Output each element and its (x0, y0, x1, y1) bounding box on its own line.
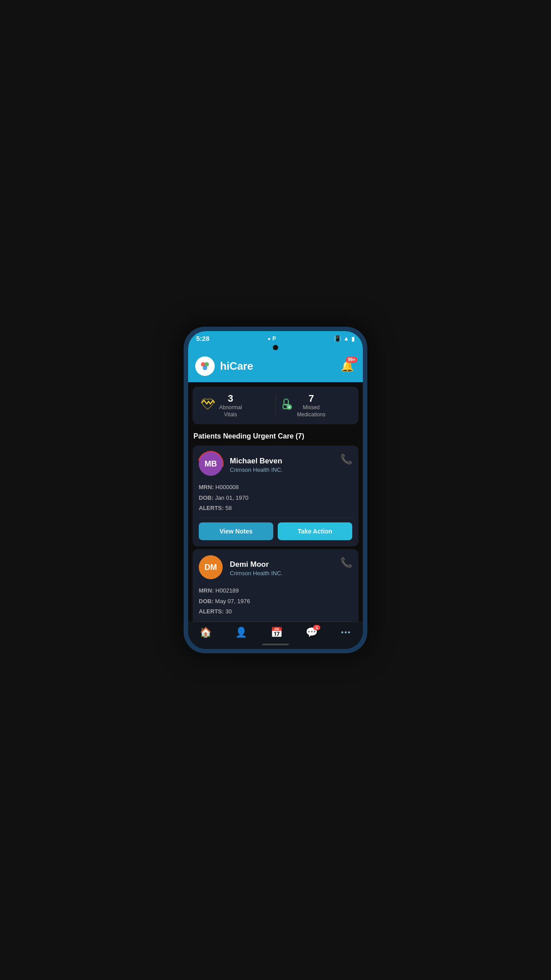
call-icon-1[interactable]: 📞 (340, 557, 352, 569)
avatar-wrap-0: MB (199, 452, 224, 478)
patient-top-0: MB Michael Beven Crimson Health INC. 📞 (199, 452, 352, 478)
patient-org-1: Crimson Health INC. (230, 570, 283, 577)
app-title: hiCare (220, 360, 253, 372)
home-bar (262, 644, 289, 645)
patient-org-0: Crimson Health INC. (230, 466, 283, 473)
status-icons-right: 📳 ▲ ▮ (334, 335, 355, 342)
take-action-button-0[interactable]: Take Action (278, 522, 352, 540)
main-content: 3 AbnormalVitals + 7 (188, 382, 363, 622)
home-icon: 🏠 (200, 627, 212, 638)
battery-icon: ▮ (351, 335, 355, 342)
avatar-0: MB (199, 452, 223, 476)
phone-frame: 5:28 ● P 📳 ▲ ▮ (184, 327, 367, 653)
phone-screen: 5:28 ● P 📳 ▲ ▮ (188, 331, 363, 649)
app-logo (195, 356, 215, 376)
nav-messages[interactable]: 💬 1 (306, 627, 318, 638)
front-camera (273, 345, 278, 350)
missed-meds-count: 7 (308, 393, 314, 404)
missed-meds-stat: + 7 MissedMedications (276, 393, 354, 418)
nav-patients[interactable]: 👤 (235, 627, 247, 638)
notification-badge: 99+ (346, 357, 358, 363)
notification-button[interactable]: 🔔 99+ (339, 358, 356, 375)
meds-icon: + (279, 397, 293, 414)
status-p: P (272, 336, 276, 342)
status-bar: 5:28 ● P 📳 ▲ ▮ (188, 331, 363, 345)
nav-schedule[interactable]: 📅 (271, 627, 283, 638)
patient-name-1: Demi Moor (230, 560, 283, 569)
missed-meds-info: 7 MissedMedications (297, 393, 326, 418)
messages-badge: 1 (313, 625, 320, 630)
wifi-icon: ▲ (343, 335, 349, 342)
abnormal-vitals-stat: 3 AbnormalVitals (197, 393, 276, 418)
abnormal-vitals-info: 3 AbnormalVitals (219, 393, 242, 418)
nav-home[interactable]: 🏠 (200, 627, 212, 638)
patient-name-0: Michael Beven (230, 457, 283, 466)
card-divider-0 (199, 518, 352, 518)
patient-details-0: MRN: H000008 DOB: Jan 01, 1970 ALERTS: 5… (199, 482, 352, 513)
status-dot: ● (268, 336, 271, 341)
patient-top-1: DM Demi Moor Crimson Health INC. 📞 (199, 555, 352, 581)
patient-left-0: MB Michael Beven Crimson Health INC. (199, 452, 283, 478)
home-indicator (188, 642, 363, 649)
svg-point-3 (203, 366, 207, 370)
missed-meds-label: MissedMedications (297, 404, 326, 418)
patients-icon: 👤 (235, 627, 247, 638)
card-actions-0: View Notes Take Action (199, 522, 352, 540)
nav-more[interactable]: ••• (341, 628, 351, 636)
patient-card-1: DM Demi Moor Crimson Health INC. 📞 MRN: … (193, 549, 358, 622)
view-notes-button-0[interactable]: View Notes (199, 522, 273, 540)
svg-text:+: + (288, 405, 291, 410)
app-header: hiCare 🔔 99+ (188, 352, 363, 382)
abnormal-vitals-count: 3 (228, 393, 233, 404)
bottom-nav: 🏠 👤 📅 💬 1 ••• (188, 622, 363, 642)
patient-details-1: MRN: H002189 DOB: May 07, 1976 ALERTS: 3… (199, 585, 352, 616)
patient-info-0: Michael Beven Crimson Health INC. (230, 457, 283, 473)
patient-info-1: Demi Moor Crimson Health INC. (230, 560, 283, 577)
calendar-icon: 📅 (271, 627, 283, 638)
more-icon: ••• (341, 628, 351, 636)
stats-card: 3 AbnormalVitals + 7 (193, 387, 358, 424)
patient-card-0: MB Michael Beven Crimson Health INC. 📞 M… (193, 446, 358, 546)
call-icon-0[interactable]: 📞 (340, 454, 352, 465)
urgent-care-section-title: Patients Needing Urgent Care (7) (188, 429, 363, 443)
vibrate-icon: 📳 (334, 335, 341, 342)
notch (188, 345, 363, 352)
avatar-1: DM (199, 555, 223, 579)
avatar-wrap-1: DM (199, 555, 224, 581)
heart-icon (201, 398, 215, 413)
header-left: hiCare (195, 356, 253, 376)
abnormal-vitals-label: AbnormalVitals (219, 404, 242, 418)
status-time: 5:28 (196, 335, 209, 342)
patient-left-1: DM Demi Moor Crimson Health INC. (199, 555, 283, 581)
